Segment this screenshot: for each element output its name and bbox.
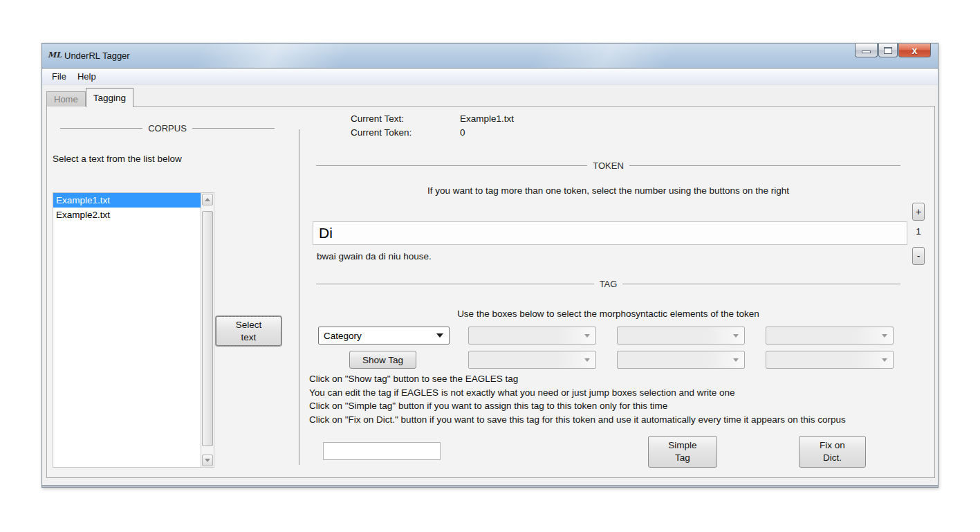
corpus-group-header: CORPUS bbox=[60, 123, 275, 134]
manual-tag-input[interactable] bbox=[323, 442, 441, 460]
scroll-up-icon bbox=[205, 198, 210, 201]
chevron-down-icon bbox=[584, 334, 590, 338]
app-logo-icon: ML bbox=[48, 50, 60, 62]
scrollbar-thumb[interactable] bbox=[202, 211, 213, 446]
scroll-up-button[interactable] bbox=[202, 194, 213, 205]
current-text-value: Example1.txt bbox=[460, 113, 514, 124]
list-item-example2[interactable]: Example2.txt bbox=[53, 208, 201, 222]
morph-dropdown-6 bbox=[766, 351, 894, 369]
separator-line bbox=[622, 284, 900, 284]
tag-instruction: Use the boxes below to select the morpho… bbox=[316, 309, 900, 319]
simple-tag-button[interactable]: Simple Tag bbox=[648, 436, 717, 468]
tab-home[interactable]: Home bbox=[46, 91, 86, 107]
tab-strip: Home Tagging bbox=[46, 86, 133, 107]
category-dropdown-value: Category bbox=[324, 331, 362, 341]
corpus-instruction: Select a text from the list below bbox=[53, 154, 182, 164]
token-count-decrement-button[interactable]: - bbox=[912, 247, 925, 265]
help-line-4: Click on "Fix on Dict." button if you wa… bbox=[309, 414, 846, 425]
token-group-header: TOKEN bbox=[316, 160, 900, 171]
show-tag-button[interactable]: Show Tag bbox=[349, 351, 416, 369]
select-text-button[interactable]: Select text bbox=[216, 316, 281, 346]
chevron-down-icon bbox=[882, 334, 887, 338]
close-button[interactable]: x bbox=[898, 44, 931, 57]
separator-line bbox=[316, 165, 587, 166]
chevron-down-icon bbox=[733, 358, 739, 362]
minimize-icon bbox=[862, 51, 871, 53]
separator-line bbox=[629, 165, 900, 166]
token-input[interactable] bbox=[313, 221, 907, 245]
menu-help[interactable]: Help bbox=[72, 69, 102, 84]
maximize-button[interactable] bbox=[878, 44, 898, 57]
tag-help-text: Click on "Show tag" button to see the EA… bbox=[309, 372, 846, 426]
tag-group-header: TAG bbox=[316, 279, 900, 289]
app-window: ML UnderRL Tagger x File Help Home Taggi… bbox=[41, 43, 939, 488]
tagging-panel: CORPUS Select a text from the list below… bbox=[46, 106, 935, 478]
chevron-down-icon bbox=[882, 358, 887, 362]
minimize-button[interactable] bbox=[855, 44, 878, 57]
token-group-title: TOKEN bbox=[593, 160, 624, 171]
current-token-value: 0 bbox=[460, 127, 465, 138]
token-instruction: If you want to tag more than one token, … bbox=[316, 185, 900, 196]
window-controls: x bbox=[854, 44, 931, 57]
title-bar[interactable]: ML UnderRL Tagger x bbox=[42, 44, 938, 68]
current-token-label: Current Token: bbox=[351, 127, 412, 138]
morph-dropdown-2 bbox=[617, 327, 745, 345]
category-dropdown[interactable]: Category bbox=[318, 327, 450, 345]
fix-on-dict-button[interactable]: Fix on Dict. bbox=[799, 436, 866, 468]
separator-line bbox=[192, 128, 275, 129]
separator-line bbox=[316, 284, 594, 284]
token-count-increment-button[interactable]: + bbox=[912, 203, 925, 221]
list-scrollbar[interactable] bbox=[201, 192, 214, 468]
scroll-down-button[interactable] bbox=[202, 455, 213, 466]
maximize-icon bbox=[884, 47, 892, 54]
current-text-label: Current Text: bbox=[351, 113, 404, 124]
chevron-down-icon bbox=[436, 333, 443, 338]
panel-divider bbox=[299, 129, 299, 465]
help-line-3: Click on "Simple tag" button if you want… bbox=[309, 401, 667, 411]
chevron-down-icon bbox=[584, 358, 590, 362]
scroll-down-icon bbox=[205, 459, 210, 462]
tag-group-title: TAG bbox=[600, 279, 618, 289]
separator-line bbox=[60, 128, 142, 129]
help-line-2: You can edit the tag if EAGLES is not ex… bbox=[309, 387, 735, 398]
file-listbox: Example1.txt Example2.txt bbox=[53, 192, 201, 468]
token-context-text: bwai gwain da di niu house. bbox=[317, 251, 432, 262]
morph-dropdown-4 bbox=[468, 351, 596, 369]
morph-dropdown-5 bbox=[617, 351, 745, 369]
close-icon: x bbox=[912, 44, 918, 57]
list-item-example1[interactable]: Example1.txt bbox=[53, 193, 201, 208]
token-count-value: 1 bbox=[912, 226, 925, 237]
morph-dropdown-1 bbox=[468, 327, 596, 345]
chevron-down-icon bbox=[733, 334, 739, 338]
menu-file[interactable]: File bbox=[46, 69, 72, 84]
tab-tagging[interactable]: Tagging bbox=[86, 88, 133, 107]
morph-dropdown-3 bbox=[766, 327, 894, 345]
corpus-group-title: CORPUS bbox=[148, 123, 187, 134]
window-title: UnderRL Tagger bbox=[64, 51, 130, 61]
menu-bar: File Help bbox=[42, 68, 938, 85]
help-line-1: Click on "Show tag" button to see the EA… bbox=[309, 374, 518, 384]
